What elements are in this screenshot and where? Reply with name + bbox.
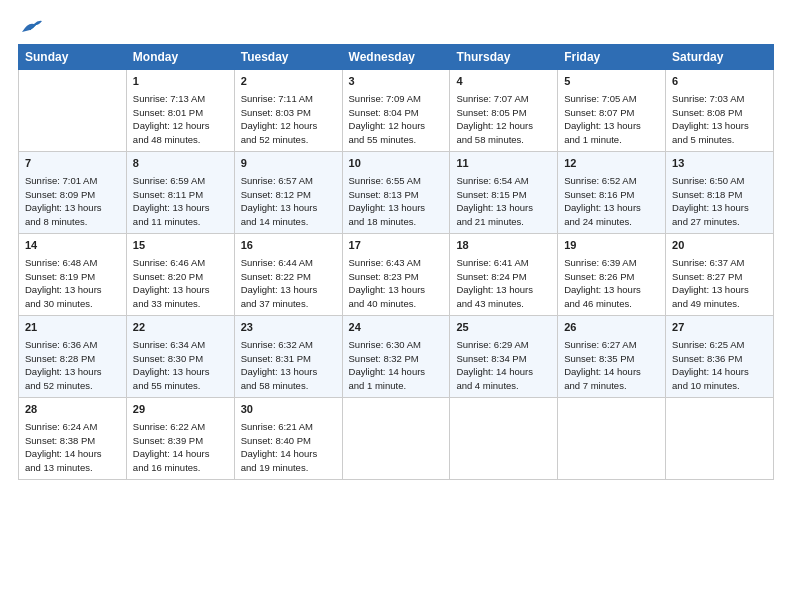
day-info: Sunrise: 6:34 AM Sunset: 8:30 PM Dayligh… bbox=[133, 338, 228, 393]
calendar-cell: 12Sunrise: 6:52 AM Sunset: 8:16 PM Dayli… bbox=[558, 152, 666, 234]
calendar-cell: 9Sunrise: 6:57 AM Sunset: 8:12 PM Daylig… bbox=[234, 152, 342, 234]
day-number: 3 bbox=[349, 74, 444, 90]
day-number: 23 bbox=[241, 320, 336, 336]
day-info: Sunrise: 6:24 AM Sunset: 8:38 PM Dayligh… bbox=[25, 420, 120, 475]
calendar-cell bbox=[19, 70, 127, 152]
calendar-cell bbox=[558, 398, 666, 480]
day-number: 9 bbox=[241, 156, 336, 172]
day-number: 11 bbox=[456, 156, 551, 172]
day-info: Sunrise: 6:30 AM Sunset: 8:32 PM Dayligh… bbox=[349, 338, 444, 393]
day-info: Sunrise: 7:13 AM Sunset: 8:01 PM Dayligh… bbox=[133, 92, 228, 147]
day-number: 27 bbox=[672, 320, 767, 336]
day-number: 22 bbox=[133, 320, 228, 336]
calendar-cell: 23Sunrise: 6:32 AM Sunset: 8:31 PM Dayli… bbox=[234, 316, 342, 398]
calendar-cell: 28Sunrise: 6:24 AM Sunset: 8:38 PM Dayli… bbox=[19, 398, 127, 480]
day-number: 14 bbox=[25, 238, 120, 254]
day-number: 15 bbox=[133, 238, 228, 254]
day-number: 18 bbox=[456, 238, 551, 254]
day-number: 5 bbox=[564, 74, 659, 90]
calendar-cell: 30Sunrise: 6:21 AM Sunset: 8:40 PM Dayli… bbox=[234, 398, 342, 480]
day-number: 7 bbox=[25, 156, 120, 172]
week-row-2: 7Sunrise: 7:01 AM Sunset: 8:09 PM Daylig… bbox=[19, 152, 774, 234]
col-header-saturday: Saturday bbox=[666, 45, 774, 70]
day-info: Sunrise: 6:54 AM Sunset: 8:15 PM Dayligh… bbox=[456, 174, 551, 229]
calendar-cell: 22Sunrise: 6:34 AM Sunset: 8:30 PM Dayli… bbox=[126, 316, 234, 398]
col-header-friday: Friday bbox=[558, 45, 666, 70]
day-info: Sunrise: 6:22 AM Sunset: 8:39 PM Dayligh… bbox=[133, 420, 228, 475]
day-number: 12 bbox=[564, 156, 659, 172]
day-info: Sunrise: 6:32 AM Sunset: 8:31 PM Dayligh… bbox=[241, 338, 336, 393]
day-info: Sunrise: 7:07 AM Sunset: 8:05 PM Dayligh… bbox=[456, 92, 551, 147]
calendar-cell: 14Sunrise: 6:48 AM Sunset: 8:19 PM Dayli… bbox=[19, 234, 127, 316]
calendar-cell: 17Sunrise: 6:43 AM Sunset: 8:23 PM Dayli… bbox=[342, 234, 450, 316]
week-row-4: 21Sunrise: 6:36 AM Sunset: 8:28 PM Dayli… bbox=[19, 316, 774, 398]
calendar-table: SundayMondayTuesdayWednesdayThursdayFrid… bbox=[18, 44, 774, 480]
day-info: Sunrise: 6:50 AM Sunset: 8:18 PM Dayligh… bbox=[672, 174, 767, 229]
day-info: Sunrise: 7:09 AM Sunset: 8:04 PM Dayligh… bbox=[349, 92, 444, 147]
day-info: Sunrise: 6:21 AM Sunset: 8:40 PM Dayligh… bbox=[241, 420, 336, 475]
day-number: 13 bbox=[672, 156, 767, 172]
day-number: 26 bbox=[564, 320, 659, 336]
col-header-monday: Monday bbox=[126, 45, 234, 70]
day-info: Sunrise: 6:44 AM Sunset: 8:22 PM Dayligh… bbox=[241, 256, 336, 311]
day-number: 28 bbox=[25, 402, 120, 418]
day-info: Sunrise: 7:01 AM Sunset: 8:09 PM Dayligh… bbox=[25, 174, 120, 229]
day-info: Sunrise: 6:43 AM Sunset: 8:23 PM Dayligh… bbox=[349, 256, 444, 311]
day-info: Sunrise: 6:29 AM Sunset: 8:34 PM Dayligh… bbox=[456, 338, 551, 393]
calendar-cell: 8Sunrise: 6:59 AM Sunset: 8:11 PM Daylig… bbox=[126, 152, 234, 234]
calendar-cell bbox=[342, 398, 450, 480]
logo-bird-icon bbox=[20, 18, 42, 36]
col-header-wednesday: Wednesday bbox=[342, 45, 450, 70]
day-number: 1 bbox=[133, 74, 228, 90]
calendar-cell: 3Sunrise: 7:09 AM Sunset: 8:04 PM Daylig… bbox=[342, 70, 450, 152]
day-number: 6 bbox=[672, 74, 767, 90]
col-header-tuesday: Tuesday bbox=[234, 45, 342, 70]
calendar-cell: 13Sunrise: 6:50 AM Sunset: 8:18 PM Dayli… bbox=[666, 152, 774, 234]
calendar-cell: 29Sunrise: 6:22 AM Sunset: 8:39 PM Dayli… bbox=[126, 398, 234, 480]
calendar-cell: 18Sunrise: 6:41 AM Sunset: 8:24 PM Dayli… bbox=[450, 234, 558, 316]
calendar-cell: 1Sunrise: 7:13 AM Sunset: 8:01 PM Daylig… bbox=[126, 70, 234, 152]
day-info: Sunrise: 7:03 AM Sunset: 8:08 PM Dayligh… bbox=[672, 92, 767, 147]
calendar-cell bbox=[666, 398, 774, 480]
day-info: Sunrise: 6:59 AM Sunset: 8:11 PM Dayligh… bbox=[133, 174, 228, 229]
day-number: 4 bbox=[456, 74, 551, 90]
day-number: 24 bbox=[349, 320, 444, 336]
logo bbox=[18, 18, 42, 36]
day-info: Sunrise: 7:11 AM Sunset: 8:03 PM Dayligh… bbox=[241, 92, 336, 147]
calendar-cell: 6Sunrise: 7:03 AM Sunset: 8:08 PM Daylig… bbox=[666, 70, 774, 152]
week-row-5: 28Sunrise: 6:24 AM Sunset: 8:38 PM Dayli… bbox=[19, 398, 774, 480]
day-info: Sunrise: 6:41 AM Sunset: 8:24 PM Dayligh… bbox=[456, 256, 551, 311]
day-info: Sunrise: 6:39 AM Sunset: 8:26 PM Dayligh… bbox=[564, 256, 659, 311]
day-info: Sunrise: 6:36 AM Sunset: 8:28 PM Dayligh… bbox=[25, 338, 120, 393]
day-number: 16 bbox=[241, 238, 336, 254]
day-info: Sunrise: 6:25 AM Sunset: 8:36 PM Dayligh… bbox=[672, 338, 767, 393]
calendar-cell: 15Sunrise: 6:46 AM Sunset: 8:20 PM Dayli… bbox=[126, 234, 234, 316]
calendar-cell: 11Sunrise: 6:54 AM Sunset: 8:15 PM Dayli… bbox=[450, 152, 558, 234]
week-row-3: 14Sunrise: 6:48 AM Sunset: 8:19 PM Dayli… bbox=[19, 234, 774, 316]
day-info: Sunrise: 6:57 AM Sunset: 8:12 PM Dayligh… bbox=[241, 174, 336, 229]
col-header-thursday: Thursday bbox=[450, 45, 558, 70]
calendar-cell: 24Sunrise: 6:30 AM Sunset: 8:32 PM Dayli… bbox=[342, 316, 450, 398]
calendar-cell: 26Sunrise: 6:27 AM Sunset: 8:35 PM Dayli… bbox=[558, 316, 666, 398]
day-number: 19 bbox=[564, 238, 659, 254]
day-number: 17 bbox=[349, 238, 444, 254]
day-info: Sunrise: 6:46 AM Sunset: 8:20 PM Dayligh… bbox=[133, 256, 228, 311]
calendar-cell: 4Sunrise: 7:07 AM Sunset: 8:05 PM Daylig… bbox=[450, 70, 558, 152]
day-info: Sunrise: 7:05 AM Sunset: 8:07 PM Dayligh… bbox=[564, 92, 659, 147]
day-number: 10 bbox=[349, 156, 444, 172]
day-number: 8 bbox=[133, 156, 228, 172]
day-number: 2 bbox=[241, 74, 336, 90]
page-container: SundayMondayTuesdayWednesdayThursdayFrid… bbox=[0, 0, 792, 490]
week-row-1: 1Sunrise: 7:13 AM Sunset: 8:01 PM Daylig… bbox=[19, 70, 774, 152]
calendar-cell: 25Sunrise: 6:29 AM Sunset: 8:34 PM Dayli… bbox=[450, 316, 558, 398]
day-number: 30 bbox=[241, 402, 336, 418]
calendar-cell: 19Sunrise: 6:39 AM Sunset: 8:26 PM Dayli… bbox=[558, 234, 666, 316]
calendar-cell: 27Sunrise: 6:25 AM Sunset: 8:36 PM Dayli… bbox=[666, 316, 774, 398]
calendar-cell: 7Sunrise: 7:01 AM Sunset: 8:09 PM Daylig… bbox=[19, 152, 127, 234]
calendar-cell bbox=[450, 398, 558, 480]
calendar-cell: 20Sunrise: 6:37 AM Sunset: 8:27 PM Dayli… bbox=[666, 234, 774, 316]
header-row: SundayMondayTuesdayWednesdayThursdayFrid… bbox=[19, 45, 774, 70]
day-info: Sunrise: 6:37 AM Sunset: 8:27 PM Dayligh… bbox=[672, 256, 767, 311]
day-number: 25 bbox=[456, 320, 551, 336]
header bbox=[18, 18, 774, 36]
